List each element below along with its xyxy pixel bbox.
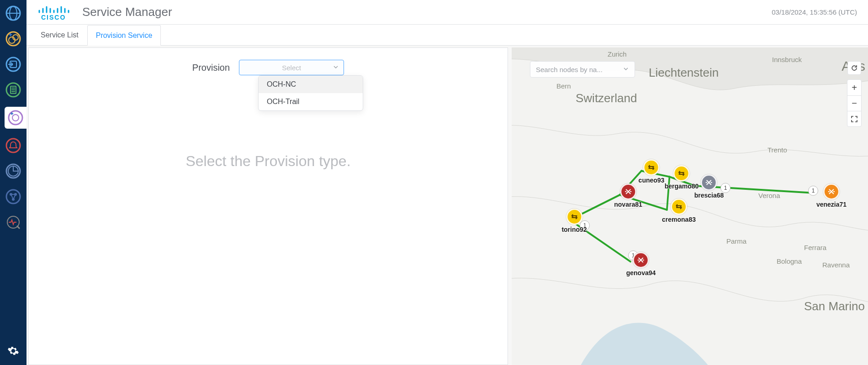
node-label: cremona83: [662, 216, 696, 223]
svg-point-18: [6, 190, 20, 203]
node-cuneo93[interactable]: cuneo93: [639, 159, 665, 184]
svg-point-15: [6, 139, 20, 152]
app-title: Service Manager: [82, 5, 172, 19]
node-novara81[interactable]: novara81: [614, 183, 642, 208]
nav-add-coins-icon[interactable]: [5, 30, 22, 47]
svg-point-13: [9, 111, 22, 125]
gear-icon: [5, 342, 22, 360]
cisco-logo-icon: CISCO: [37, 3, 70, 21]
node-bergamo80[interactable]: bergamo80: [665, 165, 699, 190]
provision-label: Provision: [192, 63, 230, 73]
node-label: torino92: [561, 226, 587, 233]
tab-service-list[interactable]: Service List: [32, 25, 87, 45]
map-controls: + −: [847, 61, 862, 127]
provision-form-row: Provision Select: [43, 60, 493, 75]
map-refresh-button[interactable]: [847, 61, 861, 75]
svg-line-23: [17, 226, 20, 229]
provision-select[interactable]: Select: [239, 60, 344, 75]
node-label: brescia68: [694, 192, 724, 199]
nav-import-icon[interactable]: [5, 56, 22, 73]
workspace: Provision Select OCH-NC OCH-Trail Select…: [26, 46, 868, 365]
svg-text:CISCO: CISCO: [41, 14, 66, 21]
main-area: CISCO Service Manager 03/18/2024, 15:35:…: [26, 0, 868, 365]
svg-point-14: [12, 115, 19, 121]
chevron-down-icon: [623, 66, 629, 73]
option-och-nc[interactable]: OCH-NC: [259, 76, 363, 93]
clock: 03/18/2024, 15:35:56 (UTC): [772, 8, 857, 16]
provision-placeholder-msg: Select the Provision type.: [185, 153, 350, 170]
provision-dropdown: OCH-NC OCH-Trail: [258, 75, 363, 111]
nav-analytics-icon[interactable]: [5, 162, 22, 180]
map-fit-button[interactable]: [847, 111, 861, 126]
map-search-placeholder: Search nodes by na...: [536, 66, 603, 73]
node-label: bergamo80: [665, 182, 699, 190]
nav-alarm-icon[interactable]: [5, 137, 22, 154]
refresh-icon: [851, 64, 858, 72]
map-panel[interactable]: Zurich Innsbruck Aus Liechtenstein Bern …: [512, 47, 868, 365]
node-label: genova94: [626, 269, 656, 276]
map-zoom-out-button[interactable]: −: [847, 95, 861, 111]
provision-select-placeholder: Select: [239, 64, 344, 72]
left-nav-rail: [0, 0, 26, 365]
nav-service-manager-icon[interactable]: [5, 107, 26, 129]
fit-icon: [851, 116, 857, 122]
map-search-input[interactable]: Search nodes by na...: [530, 61, 635, 78]
tab-provision-service[interactable]: Provision Service: [87, 25, 161, 46]
nav-health-icon[interactable]: [5, 214, 22, 231]
chevron-down-icon: [333, 64, 339, 72]
node-brescia68[interactable]: brescia68: [694, 174, 724, 199]
app-root: CISCO Service Manager 03/18/2024, 15:35:…: [0, 0, 868, 365]
node-torino92[interactable]: torino92: [561, 209, 587, 233]
nav-document-icon[interactable]: [5, 81, 22, 99]
map-zoom-group: + −: [847, 79, 862, 127]
map-zoom-in-button[interactable]: +: [847, 80, 861, 95]
header-bar: CISCO Service Manager 03/18/2024, 15:35:…: [26, 0, 868, 25]
tab-bar: Service List Provision Service: [26, 25, 868, 46]
brand: CISCO Service Manager: [37, 3, 172, 21]
nav-settings[interactable]: [0, 342, 26, 360]
node-label: novara81: [614, 201, 642, 208]
node-label: venezia71: [816, 201, 847, 208]
nav-topology-icon[interactable]: [5, 188, 22, 205]
node-venezia71[interactable]: venezia71: [816, 183, 847, 208]
provision-panel: Provision Select OCH-NC OCH-Trail Select…: [28, 47, 508, 365]
node-label: cuneo93: [639, 177, 665, 184]
option-och-trail[interactable]: OCH-Trail: [259, 93, 363, 110]
node-cremona83[interactable]: cremona83: [662, 198, 696, 223]
nav-globe-icon[interactable]: [5, 5, 22, 22]
node-genova94[interactable]: genova94: [626, 252, 656, 276]
